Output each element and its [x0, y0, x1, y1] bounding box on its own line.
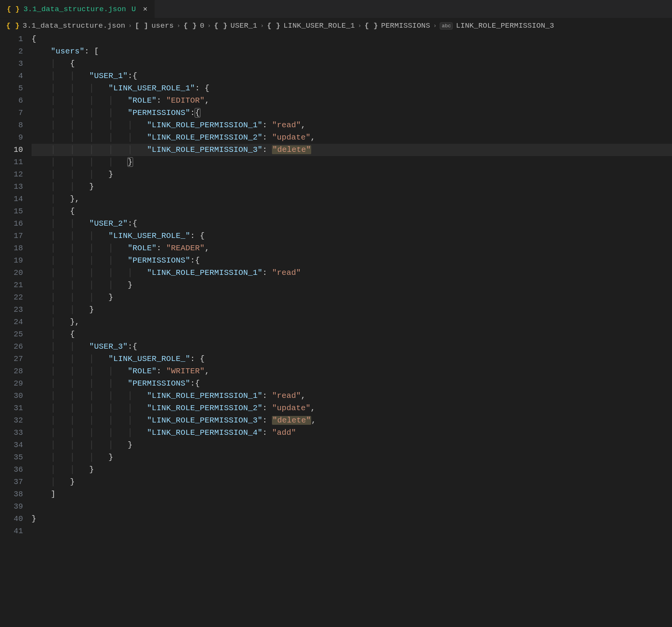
code-line[interactable]: │ │ │ │ │ "LINK_ROLE_PERMISSION_3": "del… [32, 414, 672, 427]
line-number: 16 [0, 218, 23, 230]
code-line[interactable]: │ }, [32, 316, 672, 328]
line-number: 15 [0, 205, 23, 218]
code-line[interactable]: │ │ │ │ │ "LINK_ROLE_PERMISSION_1": "rea… [32, 390, 672, 402]
chevron-right-icon: › [177, 23, 180, 29]
code-line[interactable]: │ { [32, 328, 672, 341]
code-line[interactable]: ] [32, 488, 672, 501]
code-line[interactable]: │ │ │ │ │ "LINK_ROLE_PERMISSION_4": "add… [32, 427, 672, 439]
code-line[interactable]: │ │ } [32, 304, 672, 316]
line-number: 8 [0, 119, 23, 131]
code-line[interactable]: │ │ "USER_3":{ [32, 341, 672, 353]
line-number: 34 [0, 439, 23, 451]
code-line[interactable]: │ │ │ │ │ "LINK_ROLE_PERMISSION_2": "upd… [32, 402, 672, 414]
line-number: 17 [0, 230, 23, 242]
line-number: 20 [0, 267, 23, 279]
line-number: 4 [0, 70, 23, 82]
line-number: 41 [0, 525, 23, 537]
chevron-right-icon: › [358, 23, 362, 29]
json-file-icon: { } [6, 22, 20, 30]
breadcrumb-seg-1[interactable]: 0 [200, 22, 205, 30]
breadcrumb-seg-3[interactable]: LINK_USER_ROLE_1 [283, 22, 355, 30]
code-line[interactable]: │ │ │ │ │ "LINK_ROLE_PERMISSION_1": "rea… [32, 267, 672, 279]
line-number: 28 [0, 365, 23, 378]
breadcrumb-seg-0[interactable]: users [152, 22, 174, 30]
object-icon: { } [365, 22, 378, 30]
json-file-icon: { } [7, 5, 20, 13]
line-number: 10 [0, 144, 23, 156]
code-line[interactable]: │ │ │ "LINK_USER_ROLE_": { [32, 353, 672, 365]
chevron-right-icon: › [433, 23, 437, 29]
line-number: 9 [0, 131, 23, 144]
breadcrumb-seg-2[interactable]: USER_1 [230, 22, 257, 30]
line-number: 11 [0, 156, 23, 168]
code-line[interactable]: │ │ │ │ } [32, 439, 672, 451]
line-number: 6 [0, 95, 23, 107]
code-line[interactable]: │ │ │ │ "PERMISSIONS":{ [32, 107, 672, 119]
chevron-right-icon: › [260, 23, 264, 29]
line-number: 2 [0, 45, 23, 58]
line-number: 18 [0, 242, 23, 254]
breadcrumb-seg-5[interactable]: LINK_ROLE_PERMISSION_3 [456, 22, 554, 30]
breadcrumb-seg-4[interactable]: PERMISSIONS [381, 22, 430, 30]
line-number: 24 [0, 316, 23, 328]
line-number: 12 [0, 168, 23, 181]
code-line[interactable]: │ │ │ │ } [32, 156, 672, 168]
line-number: 38 [0, 488, 23, 501]
code-line[interactable]: │ { [32, 205, 672, 218]
code-line[interactable]: "users": [ [32, 45, 672, 58]
line-number: 23 [0, 304, 23, 316]
editor-tab[interactable]: { } 3.1_data_structure.json U × [0, 0, 155, 18]
code-line[interactable]: } [32, 513, 672, 525]
chevron-right-icon: › [207, 23, 211, 29]
code-line[interactable]: │ │ │ "LINK_USER_ROLE_": { [32, 230, 672, 242]
line-number: 21 [0, 279, 23, 291]
line-number: 1 [0, 33, 23, 45]
array-icon: [ ] [135, 22, 148, 30]
line-number: 25 [0, 328, 23, 341]
code-line[interactable]: │ │ │ "LINK_USER_ROLE_1": { [32, 82, 672, 95]
code-line[interactable]: │ }, [32, 193, 672, 205]
code-line[interactable]: │ │ │ │ "PERMISSIONS":{ [32, 378, 672, 390]
line-number: 19 [0, 254, 23, 267]
close-icon[interactable]: × [140, 5, 147, 14]
line-number: 37 [0, 476, 23, 488]
code-line[interactable]: │ │ │ │ │ "LINK_ROLE_PERMISSION_3": "del… [32, 144, 672, 156]
line-number: 32 [0, 414, 23, 427]
code-line[interactable]: │ │ │ │ "ROLE": "READER", [32, 242, 672, 254]
line-number: 35 [0, 451, 23, 464]
code-editor[interactable]: 1234567891011121314151617181920212223242… [0, 33, 672, 627]
code-line[interactable]: │ { [32, 58, 672, 70]
code-line[interactable]: │ │ │ │ "PERMISSIONS":{ [32, 254, 672, 267]
breadcrumb-file[interactable]: 3.1_data_structure.json [23, 22, 125, 30]
code-line[interactable]: │ │ "USER_2":{ [32, 218, 672, 230]
object-icon: { } [267, 22, 280, 30]
code-line[interactable] [32, 525, 672, 537]
code-area[interactable]: { "users": [ │ { │ │ "USER_1":{ │ │ │ "L… [32, 33, 672, 627]
line-number: 13 [0, 181, 23, 193]
code-line[interactable] [32, 501, 672, 513]
line-number: 33 [0, 427, 23, 439]
code-line[interactable]: { [32, 33, 672, 45]
chevron-right-icon: › [128, 23, 132, 29]
code-line[interactable]: │ } [32, 476, 672, 488]
code-line[interactable]: │ │ │ │ } [32, 279, 672, 291]
tab-bar: { } 3.1_data_structure.json U × [0, 0, 672, 18]
tab-modified-badge: U [130, 5, 136, 13]
line-number: 14 [0, 193, 23, 205]
line-number: 39 [0, 501, 23, 513]
code-line[interactable]: │ │ "USER_1":{ [32, 70, 672, 82]
line-number: 31 [0, 402, 23, 414]
code-line[interactable]: │ │ } [32, 181, 672, 193]
line-number-gutter: 1234567891011121314151617181920212223242… [0, 33, 32, 627]
line-number: 26 [0, 341, 23, 353]
code-line[interactable]: │ │ │ │ │ "LINK_ROLE_PERMISSION_1": "rea… [32, 119, 672, 131]
code-line[interactable]: │ │ │ │ "ROLE": "EDITOR", [32, 95, 672, 107]
code-line[interactable]: │ │ } [32, 464, 672, 476]
breadcrumb[interactable]: { } 3.1_data_structure.json › [ ] users … [0, 18, 672, 33]
line-number: 36 [0, 464, 23, 476]
code-line[interactable]: │ │ │ } [32, 451, 672, 464]
code-line[interactable]: │ │ │ │ "ROLE": "WRITER", [32, 365, 672, 378]
code-line[interactable]: │ │ │ } [32, 291, 672, 304]
code-line[interactable]: │ │ │ } [32, 168, 672, 181]
code-line[interactable]: │ │ │ │ │ "LINK_ROLE_PERMISSION_2": "upd… [32, 131, 672, 144]
